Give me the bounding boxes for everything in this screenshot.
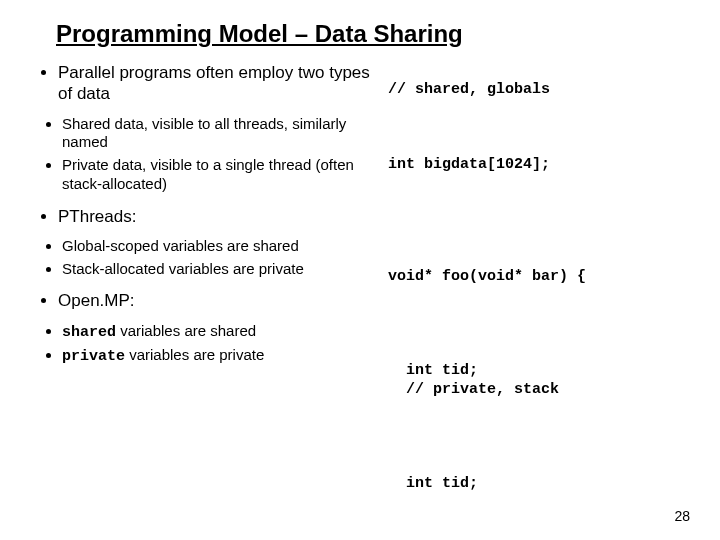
code-l2: int bigdata[1024]; xyxy=(388,156,680,175)
bullet-2-sub-2: Stack-allocated variables are private xyxy=(62,260,380,279)
bullet-3-sub-2-text: variables are private xyxy=(125,346,264,363)
left-column: Parallel programs often employ two types… xyxy=(40,62,380,540)
bullet-1-sub-2: Private data, visible to a single thread… xyxy=(62,156,380,194)
code-keyword-private: private xyxy=(62,348,125,365)
code-keyword-shared: shared xyxy=(62,324,116,341)
bullet-3: Open.MP: xyxy=(58,290,380,311)
code-l3: void* foo(void* bar) { xyxy=(388,268,680,287)
slide-title: Programming Model – Data Sharing xyxy=(56,20,680,48)
bullet-2: PThreads: xyxy=(58,206,380,227)
bullet-3-sub-1: shared variables are shared xyxy=(62,322,380,343)
code-l5: int tid; xyxy=(388,475,680,494)
code-l1: // shared, globals xyxy=(388,81,680,100)
bullet-3-sub-2: private variables are private xyxy=(62,346,380,367)
bullet-1-sub-1: Shared data, visible to all threads, sim… xyxy=(62,115,380,153)
bullet-1: Parallel programs often employ two types… xyxy=(58,62,380,105)
code-l4-base: int tid; xyxy=(388,362,478,381)
code-block: // shared, globals int bigdata[1024]; vo… xyxy=(380,62,680,540)
bullet-3-sub-1-text: variables are shared xyxy=(116,322,256,339)
code-l4-overlay: // private, stack xyxy=(388,381,559,400)
page-number: 28 xyxy=(674,508,690,524)
bullet-2-sub-1: Global-scoped variables are shared xyxy=(62,237,380,256)
